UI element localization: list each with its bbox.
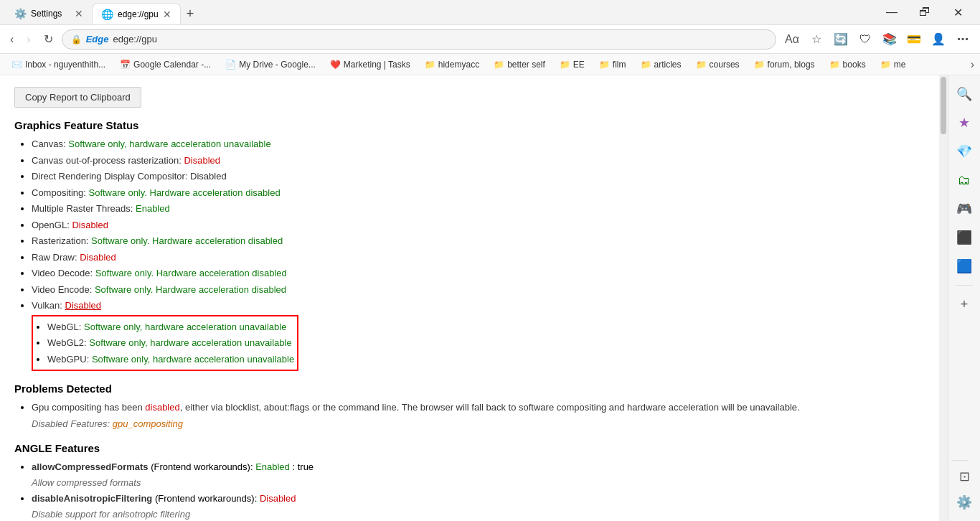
collections-button[interactable]: 📚 xyxy=(878,28,901,51)
bookmark-better-self[interactable]: 📁 better self xyxy=(488,58,551,71)
webgpu-item: WebGPU: Software only, hardware accelera… xyxy=(47,352,294,367)
disable-anisotropic-status: Disabled xyxy=(260,493,296,504)
bookmark-film[interactable]: 📁 film xyxy=(593,58,632,71)
close-button[interactable]: ✕ xyxy=(941,0,974,25)
folder-icon-5: 📁 xyxy=(641,60,651,70)
canvas-oop-status: Disabled xyxy=(184,155,220,166)
problems-list: Gpu compositing has been disabled, eithe… xyxy=(14,400,925,431)
direct-rendering-status: Disabled xyxy=(190,171,227,182)
folder-icon-1: 📁 xyxy=(425,60,435,70)
webgl2-item: WebGL2: Software only, hardware accelera… xyxy=(47,336,294,350)
bookmark-hidemyacc-label: hidemyacc xyxy=(438,60,479,70)
address-text: edge://gpu xyxy=(113,34,156,44)
canvas-status: Software only, hardware acceleration una… xyxy=(68,139,270,149)
vulkan-status: Disabled xyxy=(65,300,102,311)
bookmark-film-label: film xyxy=(613,60,626,70)
menu-button[interactable]: ··· xyxy=(951,28,974,51)
video-decode-label: Video Decode: xyxy=(32,268,95,278)
bookmark-better-self-label: better self xyxy=(507,60,545,70)
minimize-button[interactable]: — xyxy=(875,0,908,25)
copilot-button[interactable]: 🔄 xyxy=(829,28,852,51)
folder-icon-2: 📁 xyxy=(494,60,504,70)
settings-tab-close[interactable]: ✕ xyxy=(75,8,83,19)
graphics-feature-list: Canvas: Software only, hardware accelera… xyxy=(14,137,925,313)
bookmark-books[interactable]: 📁 books xyxy=(824,58,872,71)
forward-button[interactable]: › xyxy=(22,30,34,49)
list-item: Vulkan: Disabled xyxy=(32,299,925,313)
bookmark-courses[interactable]: 📁 courses xyxy=(690,58,745,71)
browser-essentials-button[interactable]: 🛡 xyxy=(854,28,877,51)
bookmark-me[interactable]: 📁 me xyxy=(875,58,912,71)
disabled-features-label: Disabled Features: gpu_compositing xyxy=(32,417,925,431)
angle-item-1: allowCompressedFormats (Frontend workaro… xyxy=(32,460,925,489)
allow-compressed-status: Enabled xyxy=(255,461,290,472)
drive-icon: 📄 xyxy=(225,60,236,70)
folder-icon-6: 📁 xyxy=(696,60,707,70)
sidebar-collections-button[interactable]: 💎 xyxy=(951,139,977,164)
read-aloud-button[interactable]: Aα xyxy=(781,28,804,51)
bookmark-calendar-label: Google Calendar -... xyxy=(133,60,211,70)
profile-button[interactable]: 👤 xyxy=(927,28,950,51)
tab-settings[interactable]: ⚙️ Settings ✕ xyxy=(6,3,92,24)
back-button[interactable]: ‹ xyxy=(6,30,18,49)
angle-list: allowCompressedFormats (Frontend workaro… xyxy=(14,460,925,521)
disable-anisotropic-label: disableAnisotropicFiltering xyxy=(32,493,152,504)
copy-report-button[interactable]: Copy Report to Clipboard xyxy=(14,87,141,108)
maximize-button[interactable]: 🗗 xyxy=(908,0,941,25)
folder-icon-7: 📁 xyxy=(754,60,765,70)
bookmark-drive-label: My Drive - Google... xyxy=(239,60,316,70)
gpu-tab-icon: 🌐 xyxy=(101,9,113,20)
bookmark-marketing[interactable]: ❤️ Marketing | Tasks xyxy=(324,58,416,71)
sidebar-favorites-button[interactable]: ★ xyxy=(951,110,977,136)
webgl2-label: WebGL2: xyxy=(47,337,89,348)
favorites-button[interactable]: ☆ xyxy=(805,28,828,51)
nav-icons: Aα ☆ 🔄 🛡 📚 💳 👤 ··· xyxy=(781,28,974,51)
sidebar-wallet-button[interactable]: 🗂 xyxy=(951,167,977,193)
webgpu-status: Software only, hardware acceleration una… xyxy=(92,354,294,365)
bookmark-articles[interactable]: 📁 articles xyxy=(635,58,687,71)
folder-icon-4: 📁 xyxy=(599,60,610,70)
allow-compressed-label: allowCompressedFormats xyxy=(32,461,149,472)
bookmark-drive[interactable]: 📄 My Drive - Google... xyxy=(220,58,321,71)
rasterization-label: Rasterization: xyxy=(32,235,91,246)
more-bookmarks-button[interactable]: › xyxy=(971,58,974,71)
disabled-features-value: gpu_compositing xyxy=(113,418,183,429)
scrollbar-thumb[interactable] xyxy=(941,77,946,134)
gpu-tab-close[interactable]: ✕ xyxy=(163,9,171,20)
sidebar-office-button[interactable]: ⬛ xyxy=(951,225,977,250)
sidebar-customize-button[interactable]: ⊡ xyxy=(951,464,977,489)
sidebar-games-button[interactable]: 🎮 xyxy=(951,196,977,222)
scrollbar-track[interactable] xyxy=(939,75,948,521)
allow-compressed-extra: : true xyxy=(292,461,314,472)
sidebar-bottom: ⊡ ⚙️ xyxy=(951,457,977,515)
tab-gpu[interactable]: 🌐 edge://gpu ✕ xyxy=(92,3,181,24)
bookmark-calendar[interactable]: 📅 Google Calendar -... xyxy=(114,58,217,71)
bookmark-inbox[interactable]: ✉️ Inbox - nguyenthith... xyxy=(6,58,111,71)
bookmark-courses-label: courses xyxy=(710,60,740,70)
bookmark-forum[interactable]: 📁 forum, blogs xyxy=(748,58,821,71)
bookmark-me-label: me xyxy=(894,60,906,70)
sidebar-search-button[interactable]: 🔍 xyxy=(951,81,977,107)
list-item: OpenGL: Disabled xyxy=(32,218,925,233)
new-tab-button[interactable]: + xyxy=(181,4,200,24)
folder-icon-8: 📁 xyxy=(829,60,840,70)
problems-item: Gpu compositing has been disabled, eithe… xyxy=(32,400,925,431)
sidebar-outlook-button[interactable]: 🟦 xyxy=(951,253,977,279)
refresh-button[interactable]: ↻ xyxy=(39,29,57,49)
compositing-label: Compositing: xyxy=(32,187,88,198)
highlighted-list: WebGL: Software only, hardware accelerat… xyxy=(36,320,294,367)
sidebar-settings-button[interactable]: ⚙️ xyxy=(951,489,977,515)
wallet-button[interactable]: 💳 xyxy=(903,28,925,51)
angle-section-title: ANGLE Features xyxy=(14,442,925,454)
bookmark-ee[interactable]: 📁 EE xyxy=(554,58,590,71)
disabled-word: disabled xyxy=(145,402,179,413)
angle-item-2: disableAnisotropicFiltering (Frontend wo… xyxy=(32,492,925,521)
inbox-icon: ✉️ xyxy=(11,60,22,70)
bookmark-hidemyacc[interactable]: 📁 hidemyacc xyxy=(419,58,485,71)
compositing-status: Software only. Hardware acceleration dis… xyxy=(88,187,280,198)
gpu-tab-title: edge://gpu xyxy=(118,9,159,19)
direct-rendering-label: Direct Rendering Display Compositor: xyxy=(32,171,190,182)
window-controls: — 🗗 ✕ xyxy=(875,0,974,25)
sidebar-add-button[interactable]: + xyxy=(951,291,977,317)
address-bar[interactable]: 🔒 Edge edge://gpu xyxy=(62,29,776,50)
